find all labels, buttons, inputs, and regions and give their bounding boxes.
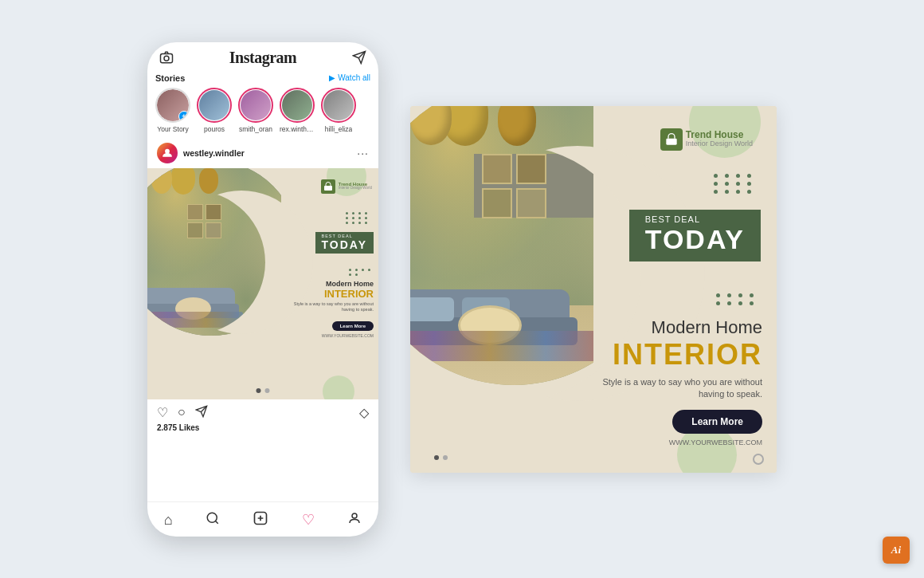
bottom-nav: ⌂ ♡ [147,501,378,537]
pouros-name: pouros [204,125,225,133]
large-learn-btn[interactable]: Learn More [672,410,762,434]
large-brand-badge: Trend House Interior Design World [660,128,753,151]
svg-point-13 [352,513,357,518]
story-item-rex[interactable]: rex.wintheiser [280,88,315,133]
svg-rect-14 [666,138,676,144]
hilli-name: hilli_eliza [325,125,353,133]
small-card-text: Modern Home INTERIOR Style is a way to s… [282,280,374,338]
stories-list: + Your Story pouros smith_oran [155,88,370,133]
pouros-avatar [197,88,232,123]
stories-label: Stories [155,73,185,83]
watch-all-link[interactable]: ▶ Watch all [329,73,370,82]
phone-mockup: Instagram Stories ▶ Watch all + Your Sto… [147,42,378,537]
story-item-smith[interactable]: smith_oran [238,88,273,133]
circle-deco [753,454,764,465]
post-header: westley.windler ··· [147,138,378,168]
add-story-btn: + [178,111,190,122]
svg-point-8 [207,513,217,522]
instagram-logo: Instagram [229,49,296,67]
small-website-url: WWW.YOURWEBSITE.COM [282,333,374,338]
small-learn-btn[interactable]: Learn More [332,321,374,331]
large-brand-icon [660,128,683,151]
save-icon[interactable]: ◇ [359,405,369,420]
small-brand-badge: Trend House Interior Design World [321,179,372,194]
search-nav-icon[interactable] [206,511,220,529]
large-website-url: WWW.YOURWEBSITE.COM [595,438,762,446]
camera-icon[interactable] [159,49,174,65]
svg-point-4 [165,148,170,153]
your-story-avatar: + [155,88,190,123]
post-user-avatar [157,143,178,163]
small-deal-box: BEST DEAL TODAY [315,232,374,254]
post-actions: ♡ ○ ◇ [147,399,378,423]
smith-avatar [238,88,273,123]
comment-icon[interactable]: ○ [178,405,186,421]
large-interior-card: Trend House Interior Design World BEST D… [410,106,777,473]
likes-count: 2.875 Likes [147,423,378,436]
svg-rect-0 [161,54,173,63]
story-item-pouros[interactable]: pouros [197,88,232,133]
hilli-avatar [321,88,356,123]
small-pagination [256,388,270,393]
small-ad-card: Trend House Interior Design World [147,168,378,399]
post-user-info[interactable]: westley.windler [157,143,245,163]
rex-avatar [280,88,315,123]
small-brand-sub: Interior Design World [339,187,372,191]
large-dot-grid-mid [716,293,757,305]
large-ad-card: Trend House Interior Design World BEST D… [410,106,777,473]
svg-line-9 [215,521,217,523]
large-deal-box: BEST DEAL TODAY [629,210,761,261]
instagram-header: Instagram [147,42,378,70]
home-nav-icon[interactable]: ⌂ [164,512,173,529]
post-username: westley.windler [183,148,245,158]
small-dot-grid [346,212,369,224]
your-story-label: Your Story [157,125,188,133]
small-brand-icon [321,179,335,194]
ai-badge: Ai [883,537,910,564]
large-pagination [434,455,448,460]
stories-section: Stories ▶ Watch all + Your Story pouros [147,70,378,138]
like-icon[interactable]: ♡ [157,405,168,421]
heart-nav-icon[interactable]: ♡ [302,511,315,529]
small-dot-grid2 [349,269,372,276]
share-icon[interactable] [195,405,208,421]
large-brand-sub: Interior Design World [686,140,753,148]
large-card-text: Modern Home INTERIOR Style is a way to s… [595,317,762,447]
post-menu-dots[interactable]: ··· [357,147,369,159]
smith-name: smith_oran [239,125,272,133]
send-icon[interactable] [351,49,367,65]
large-dot-grid-top [714,174,754,194]
svg-rect-5 [324,186,332,191]
svg-point-1 [164,56,169,61]
story-item-your[interactable]: + Your Story [155,88,190,133]
add-nav-icon[interactable] [253,510,268,530]
profile-nav-icon[interactable] [347,511,362,529]
post-image: Trend House Interior Design World [147,168,378,399]
story-item-hilli[interactable]: hilli_eliza [321,88,356,133]
rex-name: rex.wintheiser [280,125,315,133]
